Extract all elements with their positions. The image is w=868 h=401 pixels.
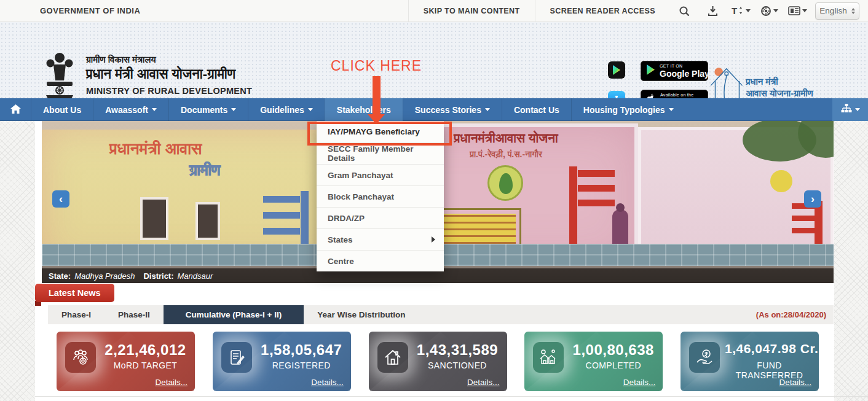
menu-item-centre[interactable]: Centre <box>317 250 444 271</box>
phase-tabs: Phase-I Phase-II Cumulative (Phase-I + I… <box>48 305 834 324</box>
nav-label: Housing Typologies <box>583 105 665 115</box>
details-link[interactable]: Details... <box>623 378 656 387</box>
language-selected-value: English <box>819 6 846 15</box>
details-link[interactable]: Details... <box>311 378 344 387</box>
google-play-mini-icon[interactable] <box>608 61 625 79</box>
caret-down-icon <box>773 9 778 12</box>
contrast-wheel-icon <box>760 6 771 17</box>
nav-about-us[interactable]: About Us <box>31 98 93 121</box>
caret-down-icon <box>746 9 751 12</box>
pmayg-logo-line1: प्रधान मंत्री <box>746 76 862 88</box>
search-button[interactable] <box>670 0 698 21</box>
nav-documents[interactable]: Documents <box>168 98 248 121</box>
details-link[interactable]: Details... <box>467 378 500 387</box>
stat-value: 2,21,46,012 <box>101 341 190 359</box>
ministry-name-english: MINISTRY OF RURAL DEVELOPMENT <box>86 86 348 96</box>
topbar-right-group: SKIP TO MAIN CONTENT SCREEN READER ACCES… <box>408 0 868 21</box>
nav-success-stories[interactable]: Success Stories <box>403 98 502 121</box>
download-icon <box>708 6 718 16</box>
menu-item-iay-pmayg-beneficiary[interactable]: IAY/PMAYG Beneficiary <box>317 121 444 142</box>
caption-district-value: Mandsaur <box>178 271 213 281</box>
submenu-arrow-icon <box>432 236 435 243</box>
nav-guidelines[interactable]: Guidelines <box>248 98 325 121</box>
caret-down-icon <box>669 108 674 111</box>
details-link[interactable]: Details... <box>155 378 187 387</box>
app-store-tagline: Available on the <box>660 93 701 97</box>
site-layout-button[interactable] <box>783 0 811 21</box>
menu-item-drda-zp[interactable]: DRDA/ZP <box>317 207 444 228</box>
details-link[interactable]: Details... <box>779 378 811 387</box>
sitemap-icon <box>841 104 852 116</box>
menu-item-states[interactable]: States <box>317 228 444 250</box>
carousel-prev-button[interactable]: ‹ <box>52 190 69 208</box>
google-play-triangle-icon <box>646 64 655 77</box>
google-play-badge[interactable]: GET IT ON Google Play <box>641 61 708 81</box>
menu-item-secc-family-member-details[interactable]: SECC Family Member Details <box>317 142 444 164</box>
stat-label: COMPLETED <box>569 360 658 370</box>
stat-value: 1,43,31,589 <box>413 341 502 359</box>
nav-stakeholders[interactable]: Stakeholders <box>325 98 403 121</box>
carousel-next-button[interactable]: › <box>804 190 821 208</box>
nav-label: Contact Us <box>514 105 559 115</box>
caret-down-icon <box>308 108 313 111</box>
tab-cumulative[interactable]: Cumulative (Phase-I + II) <box>164 305 304 324</box>
caret-down-icon <box>485 108 490 111</box>
bottom-divider <box>35 396 868 397</box>
caption-state-value: Madhya Pradesh <box>74 271 135 281</box>
wall-decoration <box>770 170 792 192</box>
nav-home[interactable] <box>0 98 31 121</box>
caret-down-icon <box>802 9 807 12</box>
wall-text: प्रधानमंत्री आवास <box>109 139 202 158</box>
people-target-icon <box>65 342 96 373</box>
house-icon <box>377 342 408 373</box>
tab-year-wise-distribution[interactable]: Year Wise Distribution <box>304 305 419 324</box>
scheme-name-hindi: प्रधान मंत्री आवास योजना-ग्रामीण <box>86 66 348 82</box>
chevron-left-icon: ‹ <box>59 193 63 206</box>
caption-state-label: State: <box>49 271 71 281</box>
stat-value: 1,46,047.98 Cr. <box>725 341 814 356</box>
latest-news-badge[interactable]: Latest News <box>35 284 114 302</box>
nav-label: Guidelines <box>260 105 304 115</box>
screen-reader-access-link[interactable]: SCREEN READER ACCESS <box>535 0 670 21</box>
caret-down-icon <box>231 108 236 111</box>
nav-label: Success Stories <box>415 105 481 115</box>
stat-card-completed: 1,00,80,638 COMPLETED Details... <box>524 332 663 391</box>
nav-contact-us[interactable]: Contact Us <box>502 98 571 121</box>
tab-phase-1[interactable]: Phase-I <box>48 305 105 324</box>
svg-text:T: T <box>732 6 737 16</box>
stat-value: 1,00,80,638 <box>569 341 658 359</box>
nav-label: Stakeholders <box>337 105 391 115</box>
as-on-date: (As on:28/04/2020) <box>756 305 834 324</box>
nav-label: Documents <box>181 105 227 115</box>
skip-to-main-content-link[interactable]: SKIP TO MAIN CONTENT <box>408 0 535 21</box>
search-icon <box>679 6 690 17</box>
select-spinner-icon <box>851 8 855 14</box>
register-pencil-icon <box>221 342 252 373</box>
nav-awaassoft[interactable]: Awaassoft <box>93 98 168 121</box>
pmayg-logo-line2: आवास योजना-ग्रामीण <box>746 88 862 99</box>
completed-houses-icon <box>533 342 564 373</box>
text-size-button[interactable]: T <box>727 0 755 21</box>
stat-label: REGISTERED <box>257 360 346 370</box>
main-navigation: About Us Awaassoft Documents Guidelines … <box>0 98 868 121</box>
nav-label: Awaassoft <box>105 105 148 115</box>
emblem-of-india-icon <box>42 50 77 101</box>
home-icon <box>10 104 21 115</box>
language-select[interactable]: English <box>815 2 859 20</box>
accessibility-theme-button[interactable] <box>755 0 783 21</box>
stats-cards-row: 2,21,46,012 MoRD TARGET Details... 1,58,… <box>57 332 819 391</box>
caption-district-label: District: <box>143 271 173 281</box>
nav-housing-typologies[interactable]: Housing Typologies <box>571 98 685 121</box>
caret-down-icon <box>855 108 860 111</box>
tab-phase-2[interactable]: Phase-II <box>105 305 164 324</box>
menu-item-label: States <box>328 235 353 244</box>
scheme-emblem-on-wall <box>487 165 523 201</box>
menu-item-gram-panchayat[interactable]: Gram Panchayat <box>317 164 444 185</box>
click-here-arrow <box>373 76 381 115</box>
menu-item-block-panchayat[interactable]: Block Panchayat <box>317 185 444 207</box>
sitemap-button[interactable] <box>832 98 868 121</box>
stat-label: MoRD TARGET <box>101 360 190 370</box>
site-header: सत्यमेव जयते ग्रामीण विकास मंत्रालय प्रध… <box>0 22 868 98</box>
click-here-arrowhead-icon <box>368 114 385 124</box>
download-button[interactable] <box>698 0 727 21</box>
